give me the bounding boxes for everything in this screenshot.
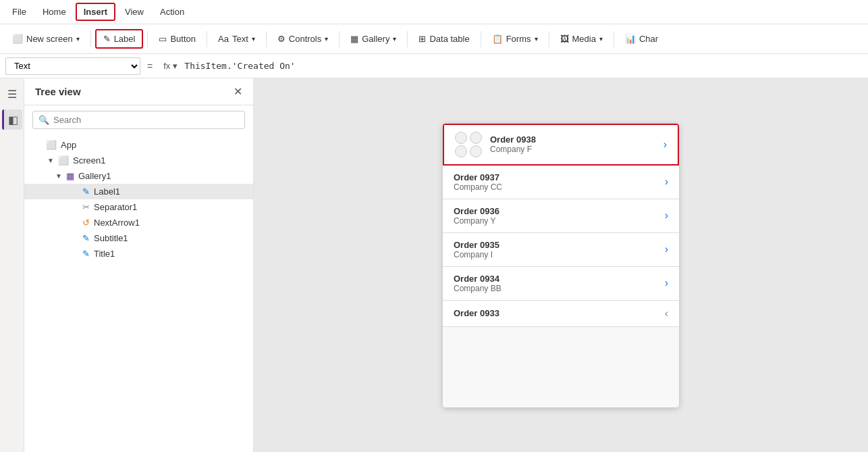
new-screen-button[interactable]: ⬜ New screen ▾ bbox=[5, 30, 86, 47]
forms-chevron-icon: ▾ bbox=[535, 35, 538, 43]
toolbar-divider-6 bbox=[407, 31, 408, 47]
chart-button[interactable]: 📊 Char bbox=[618, 30, 665, 47]
gallery-item-title-3: Order 0935 bbox=[454, 240, 658, 250]
gallery-item-title-5: Order 0933 bbox=[454, 308, 658, 318]
formula-input[interactable] bbox=[184, 61, 863, 71]
app-icon: ⬜ bbox=[46, 140, 57, 150]
treeview-close-button[interactable]: ✕ bbox=[234, 85, 242, 98]
sidebar-icons: ☰ ◧ bbox=[0, 78, 24, 452]
phone-frame: Order 0938 Company F › Order 0937 Compan… bbox=[443, 124, 679, 407]
gallery-item-4[interactable]: Order 0934 Company BB › bbox=[443, 267, 679, 301]
fx-label: fx bbox=[163, 61, 170, 71]
treeview-search: 🔍 bbox=[32, 111, 245, 129]
gallery-item-arrow-0: › bbox=[663, 139, 667, 151]
gallery-item-arrow-2: › bbox=[665, 209, 668, 222]
gallery1-icon: ▦ bbox=[66, 171, 74, 181]
separator1-label: Separator1 bbox=[94, 202, 137, 212]
canvas-area: Order 0938 Company F › Order 0937 Compan… bbox=[254, 78, 868, 452]
toolbar-divider-9 bbox=[614, 31, 614, 47]
new-screen-icon: ⬜ bbox=[12, 34, 23, 44]
search-input[interactable] bbox=[53, 115, 239, 125]
nextarrow1-label: NextArrow1 bbox=[94, 218, 140, 228]
screen1-label: Screen1 bbox=[73, 155, 105, 166]
text-button[interactable]: Aa Text ▾ bbox=[211, 30, 262, 47]
toolbar-divider-5 bbox=[339, 31, 340, 47]
tree-item-title1[interactable]: ✎ Title1 bbox=[24, 246, 253, 261]
menu-insert[interactable]: Insert bbox=[76, 3, 115, 21]
treeview-panel: Tree view ✕ 🔍 ⬜ App ▼ ⬜ Screen1 bbox=[24, 78, 254, 452]
gallery-item-3[interactable]: Order 0935 Company I › bbox=[443, 233, 679, 267]
gallery-item-info-5: Order 0933 bbox=[454, 308, 658, 318]
label-icon: ✎ bbox=[103, 34, 111, 44]
gallery-item-info-4: Order 0934 Company BB bbox=[454, 274, 658, 293]
circle-2 bbox=[470, 132, 482, 144]
gallery-item-arrow-3: › bbox=[665, 243, 668, 255]
gallery-item-5[interactable]: Order 0933 ‹ bbox=[443, 301, 679, 327]
label-button[interactable]: ✎ Label bbox=[95, 29, 144, 49]
main-area: ☰ ◧ Tree view ✕ 🔍 ⬜ App ▼ ⬜ Screen1 bbox=[0, 78, 868, 452]
property-selector[interactable]: Text bbox=[5, 57, 140, 75]
tree-items: ⬜ App ▼ ⬜ Screen1 ▼ ▦ Gallery1 ✎ bbox=[24, 134, 253, 452]
forms-button[interactable]: 📋 Forms ▾ bbox=[485, 30, 545, 47]
title1-icon: ✎ bbox=[82, 249, 90, 259]
tree-item-app[interactable]: ⬜ App bbox=[24, 137, 253, 153]
gallery-item-subtitle-2: Company Y bbox=[454, 216, 658, 226]
separator1-icon: ✂ bbox=[82, 202, 90, 212]
gallery-item-arrow-4: › bbox=[665, 277, 668, 289]
menu-home[interactable]: Home bbox=[36, 4, 73, 20]
label1-label: Label1 bbox=[94, 186, 120, 197]
gallery-button[interactable]: ▦ Gallery ▾ bbox=[344, 30, 403, 47]
gallery-item-subtitle-3: Company I bbox=[454, 250, 658, 259]
controls-button[interactable]: ⚙ Controls ▾ bbox=[271, 30, 335, 47]
button-button[interactable]: ▭ Button bbox=[152, 30, 202, 47]
datatable-icon: ⊞ bbox=[418, 34, 426, 44]
gallery-item-2[interactable]: Order 0936 Company Y › bbox=[443, 199, 679, 233]
circle-4 bbox=[470, 145, 482, 157]
gallery-item-title-1: Order 0937 bbox=[454, 172, 658, 182]
toolbar-divider-7 bbox=[481, 31, 481, 47]
forms-icon: 📋 bbox=[492, 34, 503, 44]
toolbar-divider-8 bbox=[549, 31, 549, 47]
controls-icon: ⚙ bbox=[277, 34, 286, 44]
toolbar-divider-4 bbox=[266, 31, 267, 47]
gallery-item-subtitle-4: Company BB bbox=[454, 284, 658, 293]
datatable-button[interactable]: ⊞ Data table bbox=[412, 30, 476, 47]
chart-icon: 📊 bbox=[625, 34, 636, 44]
nextarrow1-icon: ↺ bbox=[82, 218, 90, 228]
tree-item-gallery1[interactable]: ▼ ▦ Gallery1 bbox=[24, 168, 253, 184]
new-screen-chevron-icon: ▾ bbox=[76, 35, 80, 43]
gallery-item-arrow-1: › bbox=[665, 176, 668, 188]
formulabar: Text = fx ▾ bbox=[0, 54, 868, 78]
toolbar: ⬜ New screen ▾ ✎ Label ▭ Button Aa Text … bbox=[0, 24, 868, 54]
fx-indicator: fx ▾ bbox=[159, 61, 182, 71]
circles-group bbox=[455, 132, 483, 157]
menu-view[interactable]: View bbox=[118, 4, 151, 20]
gallery-item-title-2: Order 0936 bbox=[454, 206, 658, 216]
toolbar-divider-3 bbox=[207, 31, 207, 47]
gallery-item-title-0: Order 0938 bbox=[490, 134, 657, 145]
tree-item-screen1[interactable]: ▼ ⬜ Screen1 bbox=[24, 153, 253, 168]
screen1-arrow-icon: ▼ bbox=[47, 157, 54, 164]
tree-item-subtitle1[interactable]: ✎ Subtitle1 bbox=[24, 230, 253, 246]
gallery-item-0[interactable]: Order 0938 Company F › bbox=[443, 124, 679, 166]
circle-1 bbox=[455, 132, 467, 144]
menubar: File Home Insert View Action bbox=[0, 0, 868, 24]
tree-item-nextarrow1[interactable]: ↺ NextArrow1 bbox=[24, 215, 253, 230]
controls-chevron-icon: ▾ bbox=[325, 35, 328, 43]
search-icon: 🔍 bbox=[38, 115, 49, 125]
text-icon: Aa bbox=[218, 34, 229, 44]
hamburger-menu-icon[interactable]: ☰ bbox=[2, 84, 22, 104]
gallery-item-1[interactable]: Order 0937 Company CC › bbox=[443, 166, 679, 199]
layers-icon[interactable]: ◧ bbox=[2, 109, 22, 130]
gallery-item-info-0: Order 0938 Company F bbox=[490, 134, 657, 154]
tree-item-separator1[interactable]: ✂ Separator1 bbox=[24, 199, 253, 215]
menu-action[interactable]: Action bbox=[153, 4, 191, 20]
gallery-icon: ▦ bbox=[350, 34, 358, 44]
label1-icon: ✎ bbox=[82, 186, 90, 197]
toolbar-divider-2 bbox=[147, 31, 148, 47]
subtitle1-icon: ✎ bbox=[82, 233, 90, 243]
menu-file[interactable]: File bbox=[5, 4, 33, 20]
media-button[interactable]: 🖼 Media ▾ bbox=[553, 30, 609, 47]
button-icon: ▭ bbox=[159, 34, 167, 44]
tree-item-label1[interactable]: ✎ Label1 bbox=[24, 184, 253, 199]
